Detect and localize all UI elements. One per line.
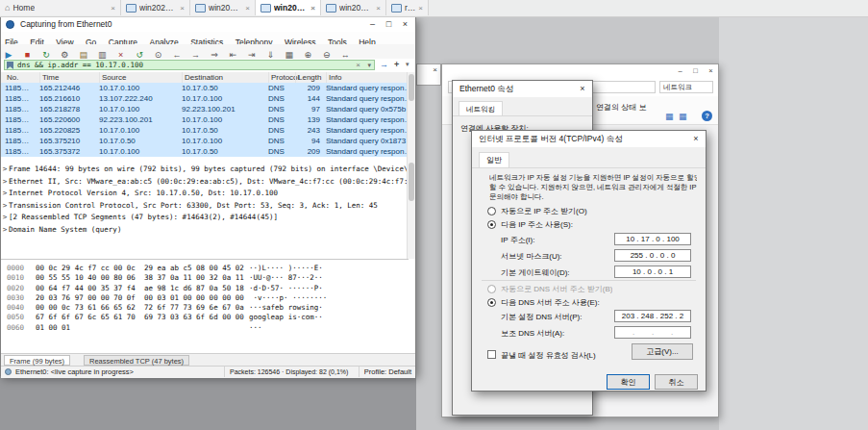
- column-length[interactable]: Length: [295, 72, 320, 83]
- vm-icon: [326, 4, 336, 13]
- minimize-icon[interactable]: –: [673, 64, 687, 78]
- expert-info-icon[interactable]: [5, 368, 12, 375]
- packet-details-pane: >Frame 14644: 99 bytes on wire (792 bits…: [1, 161, 409, 259]
- table-row[interactable]: 1185… 165.218278 10.17.0.100 92.223.100.…: [1, 104, 409, 114]
- expander-icon[interactable]: >: [1, 188, 9, 200]
- minimize-icon[interactable]: –: [364, 17, 381, 32]
- expander-icon[interactable]: >: [1, 224, 9, 237]
- close-icon[interactable]: ×: [418, 4, 423, 13]
- close-icon[interactable]: ×: [433, 65, 437, 74]
- dialog-title-bar[interactable]: Ethernet0 속성 ×: [453, 81, 592, 97]
- dialog-title-bar[interactable]: 인터넷 프로토콜 버전 4(TCP/IPv4) 속성 ×: [472, 131, 706, 147]
- view-grid-icon[interactable]: ▦: [665, 112, 674, 121]
- validate-checkbox[interactable]: [487, 350, 496, 359]
- window-title-bar[interactable]: Capturing from Ethernet0 – □ ×: [1, 17, 415, 33]
- ok-button[interactable]: 확인: [607, 374, 650, 390]
- tab-reassembled-tcp[interactable]: Reassembled TCP (47 bytes): [84, 355, 189, 366]
- expander-icon[interactable]: >: [1, 176, 9, 189]
- maximize-icon[interactable]: □: [381, 17, 397, 32]
- column-source[interactable]: Source: [99, 72, 180, 83]
- details-scrollbar[interactable]: [407, 161, 415, 259]
- command-bar-text[interactable]: 연결의 상태 보: [596, 102, 646, 113]
- tab-home[interactable]: ⌂ Home ×: [0, 0, 121, 15]
- tab-win2022-dns-ke[interactable]: win2022-dns-ke ×: [190, 0, 256, 15]
- tab-general[interactable]: 일반: [479, 152, 509, 167]
- subnet-mask-field[interactable]: 255 . 0 . 0 . 0: [614, 249, 691, 262]
- detail-ip[interactable]: >Internet Protocol Version 4, Src: 10.17…: [1, 188, 409, 200]
- manual-ip-radio[interactable]: [487, 220, 496, 229]
- filter-apply-icon[interactable]: →: [380, 60, 388, 69]
- display-filter-input[interactable]: dns && ip.addr == 10.17.0.100 × ▾: [4, 60, 375, 70]
- tab-frame-bytes[interactable]: Frame (99 bytes): [4, 355, 70, 366]
- hex-row[interactable]: 002000 64 f7 44 00 35 37 f4 ae 98 1c d6 …: [1, 284, 409, 293]
- subnet-mask-label: 서브넷 마스크(U):: [501, 251, 562, 262]
- detail-dns[interactable]: >Domain Name System (query): [1, 224, 409, 237]
- auto-dns-radio[interactable]: [487, 285, 496, 293]
- filter-dropdown-icon[interactable]: ▾: [367, 61, 371, 70]
- table-row[interactable]: 1185… 165.220600 92.223.100.201 10.17.0.…: [1, 114, 409, 125]
- close-icon[interactable]: ×: [180, 4, 185, 13]
- detail-frame[interactable]: >Frame 14644: 99 bytes on wire (792 bits…: [1, 164, 409, 176]
- hex-row[interactable]: 004000 00 0c 73 61 66 65 62 72 6f 77 73 …: [1, 303, 409, 313]
- preferred-dns-field[interactable]: 203 . 248 . 252 . 2: [614, 310, 691, 322]
- close-icon[interactable]: ×: [704, 64, 718, 78]
- cell-destination: 10.17.0.100: [182, 114, 266, 125]
- vm-tab-bar: ⌂ Home × win2022-dns-root × win2022-dns-…: [0, 0, 868, 17]
- detail-tcp[interactable]: >Transmission Control Protocol, Src Port…: [1, 200, 409, 213]
- close-icon[interactable]: ×: [111, 4, 115, 13]
- table-row[interactable]: 1185… 165.212446 10.17.0.100 10.17.0.50 …: [1, 83, 409, 93]
- hex-row[interactable]: 003020 03 76 97 00 00 70 0f 00 03 01 00 …: [1, 293, 409, 303]
- tab-win2022-dns-root[interactable]: win2022-dns-root ×: [121, 0, 190, 15]
- filter-bookmark-icon[interactable]: [7, 62, 13, 69]
- filter-clear-icon[interactable]: ×: [356, 61, 360, 70]
- manual-dns-radio[interactable]: [487, 298, 496, 307]
- hex-row[interactable]: 000000 0c 29 4c f7 cc 00 0c 29 ea ab c5 …: [1, 264, 409, 273]
- expander-icon[interactable]: >: [1, 164, 9, 176]
- hex-row[interactable]: 006001 00 01···: [1, 323, 409, 333]
- close-icon[interactable]: ×: [310, 4, 315, 13]
- gateway-field[interactable]: 10 . 0 . 0 . 1: [614, 266, 691, 278]
- hex-row[interactable]: 001000 55 55 10 40 00 80 06 38 37 0a 11 …: [1, 273, 409, 283]
- column-time[interactable]: Time: [39, 72, 97, 83]
- cell-info: Standard query respon…: [326, 83, 407, 93]
- cancel-button[interactable]: 취소: [655, 374, 698, 390]
- cell-protocol: DNS: [268, 104, 295, 114]
- detail-ethernet[interactable]: >Ethernet II, Src: VMware_ea:ab:c5 (00:0…: [1, 176, 409, 189]
- auto-ip-radio[interactable]: [487, 207, 496, 215]
- advanced-button[interactable]: 고급(V)...: [632, 343, 693, 360]
- column-protocol[interactable]: Protocol: [268, 72, 295, 83]
- detail-reassembled[interactable]: >[2 Reassembled TCP Segments (47 bytes):…: [1, 212, 409, 224]
- expander-icon[interactable]: >: [1, 200, 9, 213]
- close-icon[interactable]: ×: [376, 4, 381, 13]
- tab-win2022-cache[interactable]: win2022-cache ×: [321, 0, 386, 15]
- explorer-title-bar[interactable]: – □ ×: [442, 64, 718, 79]
- filter-add-icon[interactable]: +: [394, 60, 399, 69]
- hex-row[interactable]: 005067 6f 6f 67 6c 65 61 70 69 73 03 63 …: [1, 313, 409, 322]
- filter-recent-icon[interactable]: ▾: [406, 61, 409, 68]
- maximize-icon[interactable]: □: [688, 64, 703, 78]
- table-row[interactable]: 1185… 165.375372 10.17.0.100 10.17.0.50 …: [1, 146, 409, 157]
- profile-text[interactable]: Profile: Default: [359, 367, 411, 377]
- table-row[interactable]: 1185… 165.220825 10.17.0.100 10.17.0.50 …: [1, 125, 409, 136]
- table-row[interactable]: 1185… 165.216610 13.107.222.240 10.17.0.…: [1, 93, 409, 104]
- scrollbar-thumb[interactable]: [409, 163, 414, 201]
- tab-ro9-00[interactable]: ro9-00 ×: [386, 0, 429, 15]
- ip-address-field[interactable]: 10 . 17 . 0 . 100: [614, 233, 691, 245]
- view-list-icon[interactable]: ▦: [679, 112, 687, 121]
- column-destination[interactable]: Destination: [182, 72, 266, 83]
- expander-icon[interactable]: >: [1, 212, 9, 224]
- close-icon[interactable]: ×: [245, 4, 250, 13]
- packet-list-scrollbar[interactable]: [407, 72, 415, 161]
- tab-win2022-dns[interactable]: win2022-dns ×: [256, 0, 321, 15]
- cell-no: 1185…: [5, 146, 37, 157]
- column-no[interactable]: No.: [5, 72, 37, 83]
- tab-networking[interactable]: 네트워킹: [459, 101, 503, 116]
- close-icon[interactable]: ×: [575, 83, 590, 95]
- alternate-dns-field[interactable]: . . .: [614, 326, 691, 339]
- search-input[interactable]: 네트워크: [659, 81, 713, 93]
- column-info[interactable]: Info: [326, 72, 407, 83]
- close-icon[interactable]: ×: [688, 133, 704, 145]
- scrollbar-thumb[interactable]: [409, 74, 414, 101]
- help-icon[interactable]: ?: [702, 111, 712, 121]
- close-icon[interactable]: ×: [397, 17, 413, 32]
